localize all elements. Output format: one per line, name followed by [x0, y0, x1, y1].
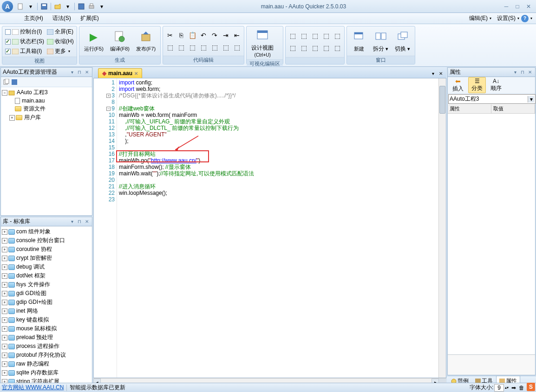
- dropdown-icon[interactable]: ▾: [430, 70, 436, 77]
- edit-icon[interactable]: ⬚: [209, 42, 220, 52]
- pin-icon[interactable]: ⊓: [76, 218, 83, 225]
- indent-icon[interactable]: ⇥: [221, 30, 231, 40]
- tree-folder[interactable]: +用户库: [2, 113, 91, 122]
- save-icon[interactable]: [11, 79, 18, 85]
- vertical-scrollbar[interactable]: [438, 78, 446, 378]
- menu-edit[interactable]: 编辑(E): [469, 14, 488, 22]
- menu-syntax[interactable]: 语法(S): [48, 13, 76, 24]
- stdlib-item[interactable]: +sqlite 内存数据库: [2, 368, 91, 377]
- stdlib-item[interactable]: +gdi GDI绘图: [2, 289, 91, 298]
- publish-button[interactable]: 发布(F7): [133, 29, 158, 53]
- save-disk-icon[interactable]: [77, 2, 86, 11]
- view-console[interactable]: 控制台(I): [4, 27, 45, 36]
- undo-icon[interactable]: ↶: [198, 30, 209, 40]
- dropdown-icon[interactable]: ▾: [69, 69, 75, 76]
- split-window-button[interactable]: 拆分 ▾: [370, 28, 391, 54]
- compile-button[interactable]: 编译(F8): [107, 29, 132, 53]
- view-collapse[interactable]: 收缩(H): [46, 37, 75, 46]
- copy-icon[interactable]: [3, 79, 9, 85]
- align-icon[interactable]: ⬚: [321, 43, 331, 53]
- tree-root[interactable]: −AAuto 工程3: [2, 88, 91, 97]
- redo-icon[interactable]: ↷: [209, 30, 220, 40]
- props-sort-button[interactable]: A↓顺序: [488, 77, 504, 93]
- copy-icon[interactable]: ⎘: [176, 30, 186, 40]
- edit-icon[interactable]: ⬚: [165, 42, 175, 52]
- stdlib-item[interactable]: +dotNet 框架: [2, 271, 91, 280]
- pin-icon[interactable]: ⊓: [76, 69, 83, 76]
- align-icon[interactable]: ⬚: [332, 43, 342, 53]
- status-icon[interactable]: 🗑: [519, 385, 524, 391]
- align-icon[interactable]: ⬚: [299, 31, 309, 41]
- tree-folder[interactable]: 资源文件: [2, 104, 91, 113]
- stdlib-item[interactable]: +console 控制台窗口: [2, 236, 91, 245]
- notification-badge-icon[interactable]: S: [527, 383, 535, 391]
- align-icon[interactable]: ⬚: [332, 31, 342, 41]
- open-icon[interactable]: [53, 2, 62, 11]
- props-insert-button[interactable]: ⬅插入: [450, 77, 466, 93]
- align-icon[interactable]: ⬚: [288, 31, 298, 41]
- editor-tab-active[interactable]: ◆ main.aau ✕: [98, 68, 142, 78]
- align-icon[interactable]: ⬚: [310, 31, 320, 41]
- stdlib-item[interactable]: +protobuf 序列化协议: [2, 351, 91, 360]
- stdlib-item[interactable]: +gdip GDI+绘图: [2, 298, 91, 307]
- stdlib-item[interactable]: +coroutine 协程: [2, 245, 91, 254]
- stdlib-item[interactable]: +debug 调试: [2, 263, 91, 271]
- view-more[interactable]: 更多▾: [46, 47, 75, 56]
- close-icon[interactable]: ✕: [437, 70, 444, 77]
- props-grid-body[interactable]: [448, 114, 535, 354]
- align-icon[interactable]: ⬚: [321, 31, 331, 41]
- new-window-button[interactable]: 新建: [349, 29, 369, 53]
- save-icon[interactable]: [39, 2, 49, 11]
- switch-window-button[interactable]: 切换 ▾: [392, 28, 413, 54]
- view-fullscreen[interactable]: 全屏(E): [46, 27, 75, 36]
- status-fontsize-value[interactable]: 9: [494, 384, 504, 392]
- code-area[interactable]: import config; import web.form; /*DSG{{*…: [117, 78, 438, 378]
- stdlib-item[interactable]: +key 键盘模拟: [2, 315, 91, 324]
- props-object-combo[interactable]: AAuto工程3▾: [448, 94, 536, 104]
- align-icon[interactable]: ⬚: [288, 43, 298, 53]
- dropdown-icon[interactable]: ▾: [97, 2, 106, 11]
- stdlib-item[interactable]: +preload 预处理: [2, 333, 91, 342]
- stdlib-item[interactable]: +com 组件对象: [2, 227, 91, 236]
- view-toolbox[interactable]: 工具箱(I): [4, 47, 45, 56]
- stdlib-item[interactable]: +raw 静态编程: [2, 360, 91, 368]
- tab-close-icon[interactable]: ✕: [134, 71, 138, 76]
- view-status[interactable]: 状态栏(S): [4, 37, 45, 46]
- align-icon[interactable]: ⬚: [310, 43, 320, 53]
- close-icon[interactable]: ✕: [84, 69, 90, 76]
- edit-icon[interactable]: ⬚: [198, 42, 209, 52]
- dropdown-icon[interactable]: ▾: [69, 218, 75, 225]
- close-button[interactable]: ✕: [523, 2, 534, 11]
- outdent-icon[interactable]: ⇤: [232, 30, 242, 40]
- dropdown-icon[interactable]: ▾: [26, 2, 35, 11]
- status-website-link[interactable]: 官方网站 WWW.AAU.CN: [2, 384, 64, 392]
- design-view-button[interactable]: 设计视图(Ctrl+U): [248, 27, 276, 58]
- tree-file[interactable]: main.aau: [2, 97, 91, 104]
- stdlib-item[interactable]: +crypt 加密解密: [2, 254, 91, 263]
- new-file-icon[interactable]: [16, 2, 25, 11]
- close-icon[interactable]: ✕: [527, 69, 533, 76]
- stdlib-item[interactable]: +inet 网络: [2, 307, 91, 315]
- status-icon[interactable]: ➡: [511, 385, 516, 391]
- close-icon[interactable]: ✕: [84, 218, 90, 225]
- stdlib-item[interactable]: +process 进程操作: [2, 342, 91, 351]
- stdlib-item[interactable]: +fsys 文件操作: [2, 280, 91, 289]
- help-icon[interactable]: ?: [521, 15, 529, 22]
- maximize-button[interactable]: □: [512, 2, 523, 11]
- paste-icon[interactable]: 📋: [187, 30, 197, 40]
- align-icon[interactable]: ⬚: [299, 43, 309, 53]
- props-category-button[interactable]: ☰分类: [468, 77, 486, 93]
- cut-icon[interactable]: ✂: [165, 30, 175, 40]
- menu-ext[interactable]: 扩展(E): [76, 13, 104, 24]
- edit-icon[interactable]: ⬚: [232, 42, 242, 52]
- print-icon[interactable]: [87, 2, 96, 11]
- edit-icon[interactable]: ⬚: [221, 42, 231, 52]
- stdlib-item[interactable]: +mouse 鼠标模拟: [2, 324, 91, 333]
- pin-icon[interactable]: ⊓: [519, 69, 526, 76]
- dropdown-icon[interactable]: ▾: [63, 2, 72, 11]
- edit-icon[interactable]: ⬚: [187, 42, 197, 52]
- menu-home[interactable]: 主页(H): [20, 13, 48, 24]
- edit-icon[interactable]: ⬚: [176, 42, 186, 52]
- run-button[interactable]: ▶运行(F5): [81, 29, 106, 53]
- minimize-button[interactable]: ─: [501, 2, 512, 11]
